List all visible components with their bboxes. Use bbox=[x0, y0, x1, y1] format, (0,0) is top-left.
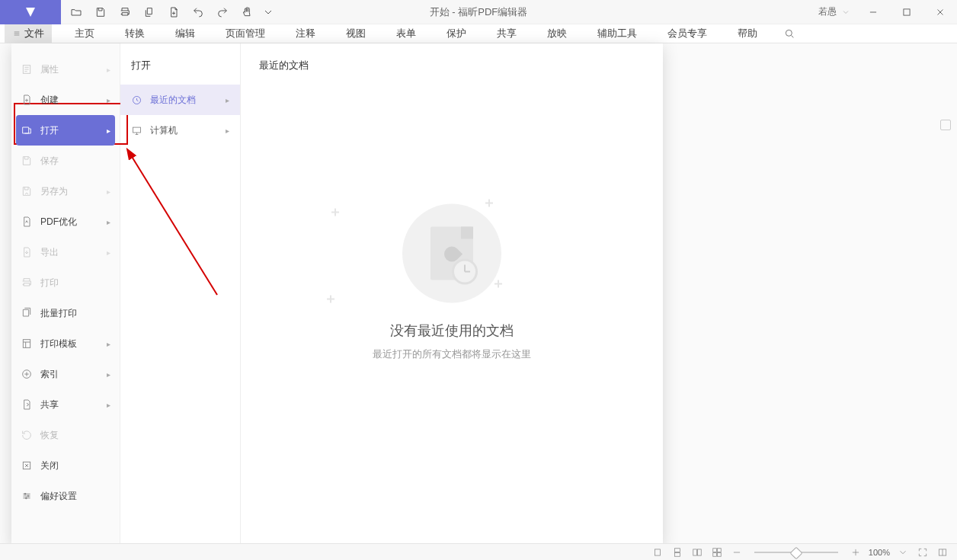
svg-rect-20 bbox=[717, 552, 721, 556]
svg-rect-14 bbox=[674, 552, 680, 556]
sparkle-icon bbox=[327, 296, 332, 301]
file-menu-item-label: 关闭 bbox=[40, 459, 59, 472]
app-logo bbox=[0, 0, 61, 24]
ribbon-tab-view[interactable]: 视图 bbox=[331, 24, 381, 43]
zoom-in-button[interactable] bbox=[849, 546, 863, 559]
sparkle-icon bbox=[485, 200, 491, 206]
redo-icon[interactable] bbox=[210, 0, 235, 24]
file-tab[interactable]: 文件 bbox=[5, 24, 52, 43]
status-bar: 100% bbox=[0, 543, 957, 560]
open-icon bbox=[21, 124, 33, 136]
ribbon-tab-share[interactable]: 共享 bbox=[482, 24, 532, 43]
ribbon-tab-edit[interactable]: 编辑 bbox=[160, 24, 210, 43]
chevron-right-icon: ▸ bbox=[226, 96, 229, 104]
maximize-button[interactable] bbox=[890, 0, 923, 24]
open-folder-icon[interactable] bbox=[64, 0, 88, 24]
ribbon-tab-help[interactable]: 帮助 bbox=[722, 24, 773, 43]
template-icon bbox=[21, 338, 33, 350]
ribbon-tab-comment[interactable]: 注释 bbox=[280, 24, 331, 43]
file-menu-preferences[interactable]: 偏好设置 bbox=[11, 481, 120, 511]
chevron-right-icon: ▸ bbox=[107, 218, 110, 226]
ribbon-tab-slideshow[interactable]: 放映 bbox=[532, 24, 582, 43]
view-mode-facing-continuous-icon[interactable] bbox=[710, 546, 724, 559]
reading-mode-icon[interactable] bbox=[936, 546, 949, 559]
zoom-percentage[interactable]: 100% bbox=[869, 548, 890, 557]
ribbon-tab-tools[interactable]: 辅助工具 bbox=[582, 24, 652, 43]
file-menu-panel: 属性 ▸ 创建 ▸ 打开 ▸ 保存 另存为 ▸ bbox=[11, 43, 663, 546]
view-mode-single-icon[interactable] bbox=[651, 546, 664, 559]
clock-icon bbox=[131, 94, 142, 106]
ribbon-tabs: 文件 主页 转换 编辑 页面管理 注释 视图 表单 保护 共享 放映 辅助工具 … bbox=[0, 24, 957, 43]
view-mode-facing-icon[interactable] bbox=[690, 546, 704, 559]
svg-rect-3 bbox=[23, 340, 30, 348]
file-menu-export[interactable]: 导出 ▸ bbox=[11, 237, 120, 267]
file-menu-share[interactable]: 共享 ▸ bbox=[11, 389, 120, 420]
file-menu-save[interactable]: 保存 bbox=[11, 146, 120, 176]
empty-state: 没有最近使用的文档 最近打开的所有文档都将显示在这里 bbox=[373, 204, 531, 361]
print-icon[interactable] bbox=[113, 0, 137, 24]
file-menu-close[interactable]: 关闭 bbox=[11, 450, 120, 481]
file-menu-item-label: 共享 bbox=[40, 398, 59, 411]
open-section-title: 打开 bbox=[120, 54, 240, 85]
quick-access-toolbar bbox=[61, 0, 277, 24]
export-icon bbox=[21, 246, 33, 258]
recent-docs-title: 最近的文档 bbox=[259, 59, 645, 72]
save-icon[interactable] bbox=[88, 0, 113, 24]
window-title: 开始 - 福昕PDF编辑器 bbox=[430, 5, 528, 19]
preferences-icon bbox=[21, 490, 33, 502]
file-menu-item-label: 创建 bbox=[40, 94, 59, 107]
file-menu-index[interactable]: 索引 ▸ bbox=[11, 359, 120, 389]
file-menu-item-label: 批量打印 bbox=[40, 307, 77, 320]
file-menu-middle-column: 打开 最近的文档 ▸ 计算机 ▸ bbox=[120, 43, 241, 546]
file-menu-recover[interactable]: 恢复 bbox=[11, 420, 120, 450]
ribbon-tab-form[interactable]: 表单 bbox=[381, 24, 431, 43]
file-menu-item-label: 保存 bbox=[40, 155, 59, 168]
zoom-dropdown-icon[interactable] bbox=[896, 546, 910, 559]
file-menu-print[interactable]: 打印 bbox=[11, 267, 120, 298]
sparkle-icon bbox=[495, 280, 502, 288]
ribbon-tab-page-manage[interactable]: 页面管理 bbox=[210, 24, 280, 43]
svg-point-1 bbox=[786, 30, 792, 36]
open-computer[interactable]: 计算机 ▸ bbox=[120, 115, 240, 146]
close-button[interactable] bbox=[923, 0, 957, 24]
file-menu-print-template[interactable]: 打印模板 ▸ bbox=[11, 328, 120, 359]
file-menu-properties[interactable]: 属性 ▸ bbox=[11, 54, 120, 85]
file-menu-item-label: 属性 bbox=[40, 63, 59, 76]
file-tab-label: 文件 bbox=[24, 27, 44, 40]
properties-icon bbox=[21, 63, 33, 75]
view-mode-continuous-icon[interactable] bbox=[671, 546, 684, 559]
background-panel-toggle[interactable] bbox=[940, 120, 951, 130]
svg-point-8 bbox=[25, 498, 27, 499]
empty-state-title: 没有最近使用的文档 bbox=[373, 322, 531, 340]
ribbon-tab-protect[interactable]: 保护 bbox=[431, 24, 482, 43]
create-icon bbox=[21, 94, 33, 106]
zoom-out-button[interactable] bbox=[730, 546, 744, 559]
svg-rect-12 bbox=[655, 549, 660, 555]
file-menu-optimize[interactable]: PDF优化 ▸ bbox=[11, 206, 120, 237]
ribbon-tab-convert[interactable]: 转换 bbox=[110, 24, 160, 43]
minimize-button[interactable] bbox=[856, 0, 890, 24]
user-menu[interactable]: 若愚 bbox=[812, 0, 856, 24]
optimize-icon bbox=[21, 216, 33, 228]
window-buttons: 若愚 bbox=[812, 0, 957, 24]
file-menu-item-label: PDF优化 bbox=[40, 216, 77, 229]
undo-icon[interactable] bbox=[186, 0, 210, 24]
chevron-right-icon: ▸ bbox=[107, 96, 110, 104]
file-menu-create[interactable]: 创建 ▸ bbox=[11, 85, 120, 115]
file-menu-batch-print[interactable]: 批量打印 bbox=[11, 298, 120, 328]
ribbon-tab-home[interactable]: 主页 bbox=[59, 24, 110, 43]
new-doc-icon[interactable] bbox=[162, 0, 186, 24]
open-recent-docs[interactable]: 最近的文档 ▸ bbox=[120, 85, 240, 115]
ribbon-search-button[interactable] bbox=[780, 24, 799, 43]
fullscreen-icon[interactable] bbox=[916, 546, 930, 559]
file-menu-open[interactable]: 打开 ▸ bbox=[16, 115, 115, 146]
zoom-slider[interactable] bbox=[754, 552, 838, 553]
file-menu-save-as[interactable]: 另存为 ▸ bbox=[11, 176, 120, 206]
ribbon-tab-vip[interactable]: 会员专享 bbox=[652, 24, 722, 43]
qat-dropdown-icon[interactable] bbox=[259, 0, 277, 24]
copy-icon[interactable] bbox=[137, 0, 162, 24]
chevron-right-icon: ▸ bbox=[107, 401, 110, 409]
recover-icon bbox=[21, 429, 33, 441]
svg-point-7 bbox=[27, 495, 29, 497]
hand-tool-icon[interactable] bbox=[235, 0, 259, 24]
